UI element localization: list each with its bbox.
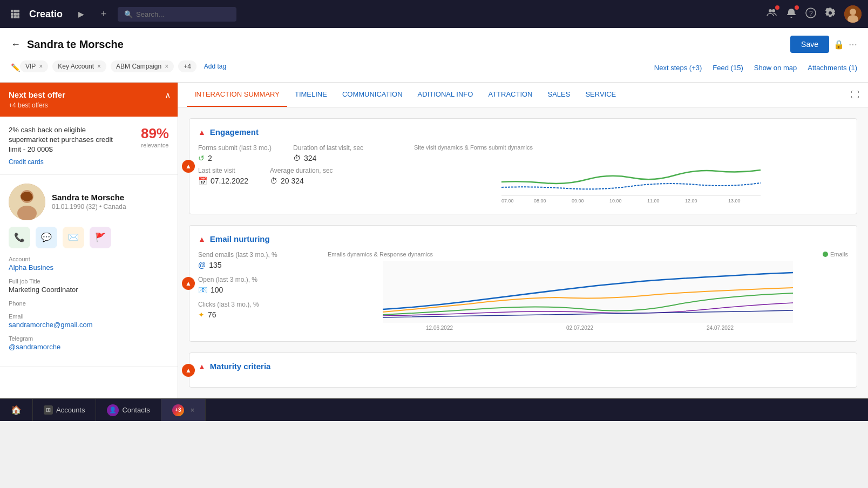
contact-info: Sandra te Morsche 01.01.1990 (32) • Cana…: [52, 193, 126, 211]
svg-text:12:00: 12:00: [685, 198, 697, 204]
users-icon[interactable]: [767, 8, 777, 21]
email-nurturing-up-icon: ▲: [198, 235, 206, 243]
top-navigation: Creatio ▶ + 🔍 ?: [0, 0, 868, 28]
content-wrapper: Next best offer +4 best offers ∧ 2% cash…: [0, 83, 868, 398]
feed-link[interactable]: Feed (15): [713, 64, 743, 72]
search-input[interactable]: [136, 10, 222, 18]
duration-value: ⏱ 324: [293, 154, 363, 162]
tab-additional-info[interactable]: ADITIONAL INFO: [410, 83, 481, 107]
home-icon: 🏠: [11, 405, 22, 415]
maturity-up-icon: ▲: [198, 362, 206, 371]
tab-interaction-summary[interactable]: INTERACTION SUMMARY: [187, 83, 287, 107]
content-area: ▲ ▲ Engagement Forms submit (last 3 mo.)…: [178, 107, 868, 398]
header-nav-actions: Next steps (+3) Feed (15) Show on map At…: [654, 64, 857, 72]
telegram-field: Telegram @sandramorche: [9, 335, 169, 351]
accounts-grid-icon: ⊞: [44, 405, 53, 415]
notifications-icon[interactable]: [786, 8, 797, 21]
svg-text:10:00: 10:00: [609, 198, 622, 204]
email-value[interactable]: sandramorche@gmail.com: [9, 321, 169, 329]
attachments-link[interactable]: Attachments (1): [808, 64, 857, 72]
phone-button[interactable]: 📞: [9, 227, 30, 248]
email-button[interactable]: ✉️: [63, 227, 84, 248]
engagement-metrics-row-1: Forms submit (last 3 mo.) ↺ 2 Duration o…: [198, 144, 403, 162]
edit-tag-icon[interactable]: ✏️: [11, 63, 20, 72]
user-avatar[interactable]: [844, 5, 862, 23]
open-icon: 📧: [198, 286, 207, 294]
taskbar-contacts[interactable]: 👤 Contacts: [96, 399, 161, 421]
save-button[interactable]: Save: [790, 36, 829, 53]
nbo-title: Next best offer: [9, 90, 169, 99]
tag-vip-remove[interactable]: ×: [39, 63, 43, 70]
add-icon[interactable]: +: [95, 5, 112, 23]
duration-icon: ⏱: [293, 154, 301, 162]
forms-submit-metric: Forms submit (last 3 mo.) ↺ 2: [198, 144, 272, 162]
tab-service[interactable]: SERVICE: [578, 83, 623, 107]
maturity-criteria-section: ▲ ▲ Maturity criteria: [189, 353, 857, 388]
taskbar-close-icon[interactable]: ×: [191, 406, 195, 414]
duration-label: Duration of last visit, sec: [293, 144, 363, 152]
taskbar-plus3[interactable]: +3 ×: [161, 399, 206, 421]
email-nurturing-title: ▲ Email nurturing: [198, 234, 848, 243]
svg-text:11:00: 11:00: [647, 198, 660, 204]
flag-button[interactable]: 🚩: [90, 227, 111, 248]
show-on-map-link[interactable]: Show on map: [754, 64, 797, 72]
email-nurturing-chart: 12.06.2022 02.07.2022 24.07.2022: [328, 261, 848, 331]
lock-icon[interactable]: 🔒: [833, 39, 844, 50]
svg-rect-1: [14, 10, 17, 12]
more-options-icon[interactable]: ⋯: [849, 39, 857, 50]
tag-key-account-remove[interactable]: ×: [97, 63, 101, 70]
apps-grid-icon[interactable]: [6, 5, 24, 23]
taskbar-home[interactable]: 🏠: [0, 399, 33, 421]
send-emails-label: Send emails (last 3 mo.), %: [198, 251, 317, 259]
svg-text:13:00: 13:00: [728, 198, 741, 204]
chat-button[interactable]: 💬: [36, 227, 57, 248]
engagement-collapse-btn[interactable]: ▲: [182, 160, 195, 173]
back-button[interactable]: ←: [11, 39, 21, 50]
engagement-section: ▲ ▲ Engagement Forms submit (last 3 mo.)…: [189, 118, 857, 214]
avg-duration-icon: ⏱: [270, 177, 277, 185]
svg-rect-6: [11, 16, 13, 18]
maturity-collapse-btn[interactable]: ▲: [182, 364, 195, 377]
contact-photo: [9, 184, 45, 220]
clicks-icon: ✦: [198, 310, 205, 319]
settings-icon[interactable]: [825, 8, 836, 21]
play-icon[interactable]: ▶: [72, 5, 90, 23]
add-tag-button[interactable]: Add tag: [201, 60, 229, 72]
last-visit-value: 📅 07.12.2022: [198, 177, 248, 185]
header-top: ← Sandra te Morsche Save 🔒 ⋯: [11, 28, 857, 57]
help-icon[interactable]: ?: [805, 8, 816, 21]
tab-attraction[interactable]: ATTRACTION: [480, 83, 540, 107]
svg-text:24.07.2022: 24.07.2022: [707, 325, 734, 331]
tab-sales[interactable]: SALES: [540, 83, 578, 107]
taskbar-accounts[interactable]: ⊞ Accounts: [33, 399, 96, 421]
tag-plus-more[interactable]: +4: [178, 60, 196, 72]
contacts-label: Contacts: [122, 406, 150, 414]
email-nurturing-collapse-btn[interactable]: ▲: [182, 277, 195, 290]
tag-abm-campaign-remove[interactable]: ×: [165, 63, 168, 70]
telegram-value[interactable]: @sandramorche: [9, 343, 169, 351]
tab-communication[interactable]: COMMUNICATION: [335, 83, 410, 107]
right-panel: INTERACTION SUMMARY TIMELINE COMMUNICATI…: [178, 83, 868, 398]
svg-point-14: [850, 9, 856, 15]
tags-row: VIP × Key Account × ABM Campaign × +4 Ad…: [20, 57, 229, 78]
emails-legend-dot: [823, 252, 828, 257]
relevance-label: relevantce: [141, 142, 169, 148]
search-box[interactable]: 🔍: [118, 7, 236, 22]
svg-rect-7: [14, 16, 17, 18]
svg-text:09:00: 09:00: [572, 198, 584, 204]
nbo-collapse-icon[interactable]: ∧: [165, 90, 171, 100]
forms-icon: ↺: [198, 154, 205, 162]
nbo-relevance: 89% relevantce: [141, 125, 169, 148]
telegram-label: Telegram: [9, 335, 169, 342]
account-value[interactable]: Alpha Busines: [9, 263, 169, 272]
email-label: Email: [9, 313, 169, 320]
job-title-label: Full job Title: [9, 278, 169, 284]
send-emails-value: @ 135: [198, 261, 317, 269]
nbo-offer-link[interactable]: Credit cards: [9, 158, 117, 166]
job-title-value: Marketing Coordinator: [9, 286, 169, 294]
tab-timeline[interactable]: TIMELINE: [287, 83, 335, 107]
next-steps-link[interactable]: Next steps (+3): [654, 64, 702, 72]
email-chart-container: Emails dynamics & Response dynamics Emai…: [317, 251, 848, 333]
expand-icon[interactable]: ⛶: [851, 90, 859, 100]
tag-key-account-label: Key Account: [58, 63, 94, 70]
